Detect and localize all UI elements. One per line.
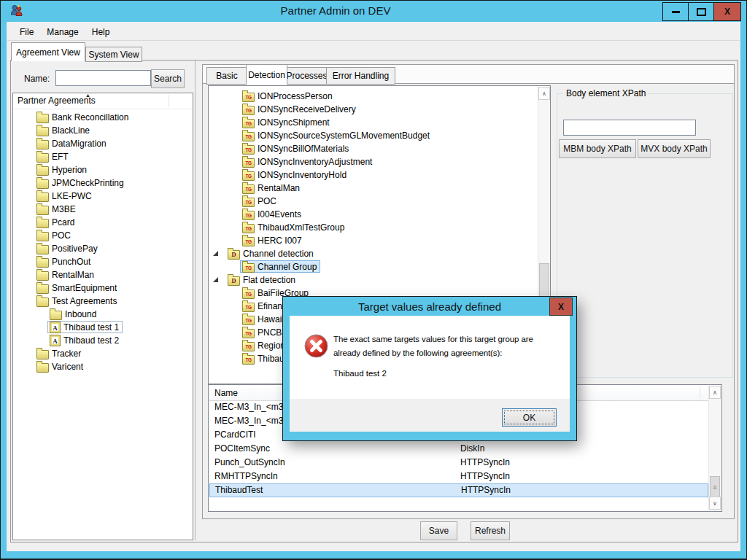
detection-item-channel-detection[interactable]: DChannel detection xyxy=(209,246,549,260)
detection-item-ionsyncsourcesystemglmovementbudget[interactable]: TGIONSyncSourceSystemGLMovementBudget xyxy=(209,128,549,141)
maximize-button[interactable] xyxy=(688,2,714,21)
minimize-button[interactable] xyxy=(662,2,689,21)
partner-item-inbound[interactable]: Inbound xyxy=(14,307,192,320)
tab-detection[interactable]: Detection xyxy=(246,64,287,85)
table-row-punch-outsyncin[interactable]: Punch_OutSyncInHTTPSyncIn xyxy=(209,456,708,470)
menu-separator xyxy=(7,40,740,41)
partner-item-bank-reconcillation[interactable]: Bank Reconcillation xyxy=(14,110,192,123)
target-group-icon: TG xyxy=(242,211,255,220)
partner-item-jpmcheckprinting[interactable]: JPMCheckPrinting xyxy=(14,176,192,189)
mbm-body-xpath-button[interactable]: MBM body XPath xyxy=(559,139,636,158)
xpath-group-title: Body element XPath xyxy=(563,88,649,98)
detection-item-poc[interactable]: TGPOC xyxy=(209,194,549,207)
expanded-arrow-icon[interactable] xyxy=(213,277,218,282)
menu-item-help[interactable]: Help xyxy=(85,25,117,39)
partner-item-poc[interactable]: POC xyxy=(14,228,192,241)
detection-item-ionsyncinventoryadjustment[interactable]: TGIONSyncInventoryAdjustment xyxy=(209,155,549,168)
header-divider xyxy=(169,95,169,107)
target-group-icon: TG xyxy=(242,132,255,141)
detection-item-thibaudxmltestgroup[interactable]: TGThibaudXmlTestGroup xyxy=(209,220,549,233)
ok-button[interactable]: OK xyxy=(502,408,557,427)
target-group-icon: TG xyxy=(242,158,255,168)
partner-item-thibaud-test-2[interactable]: AThibaud test 2 xyxy=(14,333,192,346)
partner-item-unit: AThibaud test 2 xyxy=(47,334,123,346)
detection-item-flat-detection[interactable]: DFlat detection xyxy=(209,273,549,286)
partner-item-unit: Test Agreements xyxy=(34,295,120,307)
partner-item-hyperion[interactable]: Hyperion xyxy=(14,163,192,176)
partner-item-unit: Inbound xyxy=(47,308,100,320)
partner-item-smartequipment[interactable]: SmartEquipment xyxy=(14,281,192,294)
partner-item-tracker[interactable]: Tracker xyxy=(14,346,192,359)
folder-icon xyxy=(36,298,49,307)
detection-item-ionsyncreceivedelivery[interactable]: TGIONSyncReceiveDelivery xyxy=(209,102,549,115)
partner-item-eft[interactable]: EFT xyxy=(14,149,192,163)
scrollbar-thumb[interactable]: ≡ xyxy=(710,476,720,497)
tab-error-handling[interactable]: Error Handling xyxy=(326,67,395,85)
partner-item-varicent[interactable]: Varicent xyxy=(14,359,192,373)
partner-item-blackline[interactable]: BlackLine xyxy=(14,123,192,136)
detection-item-rentalman[interactable]: TGRentalMan xyxy=(209,181,549,194)
partner-item-thibaud-test-1[interactable]: AThibaud test 1 xyxy=(14,320,192,333)
folder-icon xyxy=(36,350,49,359)
column-header-name: Name xyxy=(214,388,238,398)
scroll-up-button[interactable]: ∧ xyxy=(709,386,721,399)
menu-item-manage[interactable]: Manage xyxy=(40,25,85,39)
table-scrollbar[interactable]: ∧ ≡ ∨ xyxy=(708,386,721,510)
tab-basic[interactable]: Basic xyxy=(206,67,247,85)
name-input[interactable] xyxy=(55,70,151,86)
header-divider xyxy=(700,387,700,399)
tree-item-label: IONSyncShipment xyxy=(258,117,330,128)
cell-name: RMHTTPSyncIn xyxy=(214,471,278,481)
tree-item-label: JPMCheckPrinting xyxy=(52,178,124,188)
table-row-thibaudtest[interactable]: ThibaudTestHTTPSyncIn xyxy=(209,483,708,497)
detection-item-ionprocessperson[interactable]: TGIONProcessPerson xyxy=(209,89,549,102)
menu-item-file[interactable]: File xyxy=(13,25,40,39)
tab-agreement-view[interactable]: Agreement View xyxy=(11,42,85,61)
tree-item-label: IONSyncBillOfMaterials xyxy=(258,144,349,154)
tree-item-label: Channel Group xyxy=(258,262,317,272)
save-button[interactable]: Save xyxy=(420,521,457,540)
scroll-down-button[interactable]: ∨ xyxy=(709,497,721,510)
target-group-icon: TG xyxy=(242,93,255,102)
tab-processes[interactable]: Processes xyxy=(286,67,328,85)
expanded-arrow-icon[interactable] xyxy=(213,251,218,256)
partner-item-punchout[interactable]: PunchOut xyxy=(14,254,192,268)
partner-item-m3be[interactable]: M3BE xyxy=(14,202,192,215)
partner-item-pcard[interactable]: Pcard xyxy=(14,215,192,228)
partner-item-rentalman[interactable]: RentalMan xyxy=(14,268,192,281)
detection-item-ionsyncshipment[interactable]: TGIONSyncShipment xyxy=(209,115,549,128)
search-button[interactable]: Search xyxy=(151,69,185,88)
folder-icon xyxy=(36,166,49,176)
partner-item-unit: Hyperion xyxy=(34,163,90,176)
target-group-icon: TG xyxy=(242,106,255,115)
target-group-icon: TG xyxy=(242,224,255,233)
tree-item-label: POC xyxy=(52,230,71,241)
close-button[interactable]: X xyxy=(713,2,741,21)
partner-item-test-agreements[interactable]: Test Agreements xyxy=(14,294,192,307)
detection-item-channel-group[interactable]: TGChannel Group xyxy=(209,260,549,273)
partner-tree-column-header[interactable]: Partner Agreements ▲ xyxy=(13,93,193,109)
partner-item-datamigration[interactable]: DataMigration xyxy=(14,136,192,149)
mvx-body-xpath-button[interactable]: MVX body XPath xyxy=(638,139,711,158)
tree-item-label: HERC I007 xyxy=(258,236,302,246)
tree-item-label: POC xyxy=(258,196,276,206)
target-group-icon: TG xyxy=(242,342,255,351)
partner-item-lke-pwc[interactable]: LKE-PWC xyxy=(14,189,192,202)
xpath-input[interactable] xyxy=(563,120,696,136)
detection-item-herc-i007[interactable]: TGHERC I007 xyxy=(209,233,549,246)
window-title: Partner Admin on DEV xyxy=(0,4,671,17)
target-group-icon: TG xyxy=(242,237,255,246)
partner-item-positivepay[interactable]: PositivePay xyxy=(14,241,192,254)
table-row-rmhttpsyncin[interactable]: RMHTTPSyncInHTTPSyncIn xyxy=(209,470,708,483)
refresh-button[interactable]: Refresh xyxy=(471,521,510,540)
tree-item-label: LKE-PWC xyxy=(52,191,92,201)
partner-item-unit: SmartEquipment xyxy=(34,281,120,294)
dialog-close-button[interactable]: X xyxy=(549,298,573,316)
scroll-up-button[interactable]: ∧ xyxy=(538,87,550,100)
target-group-icon: TG xyxy=(242,329,255,338)
tab-system-view[interactable]: System View xyxy=(85,47,142,62)
detection-item-ionsyncbillofmaterials[interactable]: TGIONSyncBillOfMaterials xyxy=(209,141,549,155)
table-row-pocitemsync[interactable]: POCItemSyncDiskIn xyxy=(209,442,708,456)
detection-item-ionsyncinventoryhold[interactable]: TGIONSyncInventoryHold xyxy=(209,168,549,181)
detection-item-i004events[interactable]: TGI004Events xyxy=(209,207,549,220)
